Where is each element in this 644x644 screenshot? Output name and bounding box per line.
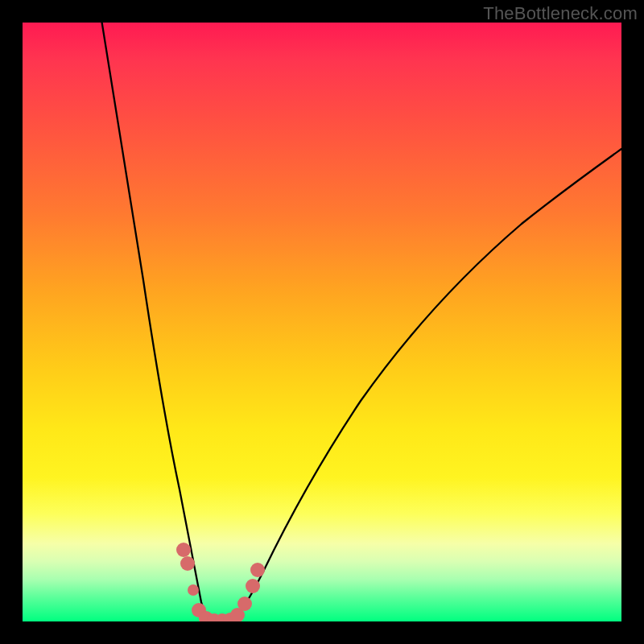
marker-dot	[188, 584, 199, 596]
outer-frame: TheBottleneck.com	[0, 0, 644, 644]
marker-dot	[250, 563, 265, 577]
curve-left-branch	[101, 23, 213, 621]
marker-dot	[237, 597, 252, 611]
marker-dot	[176, 543, 191, 557]
marker-dot	[180, 556, 195, 571]
marker-dot	[246, 579, 260, 593]
plot-area	[23, 23, 621, 621]
chart-svg	[23, 23, 621, 621]
curve-right-branch	[230, 149, 621, 621]
watermark-text: TheBottleneck.com	[483, 3, 638, 24]
marker-group	[176, 543, 265, 621]
